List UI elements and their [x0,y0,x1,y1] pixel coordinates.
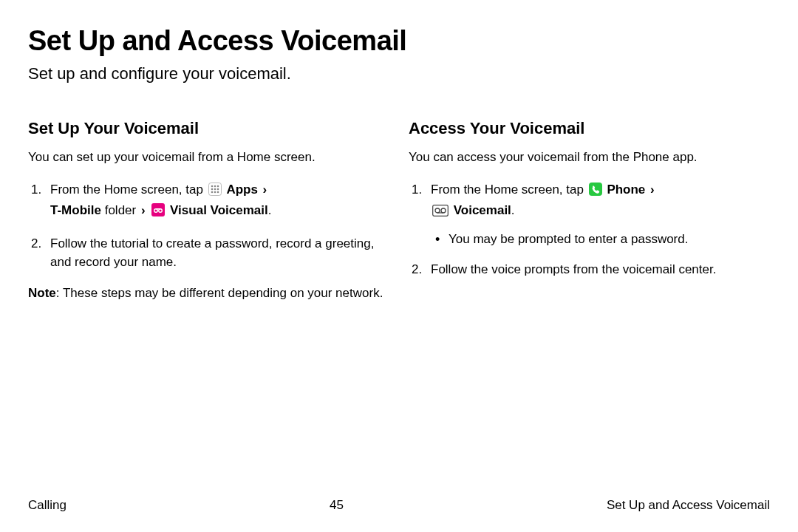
svg-rect-14 [589,183,602,196]
content-columns: Set Up Your Voicemail You can set up you… [28,119,770,302]
svg-rect-10 [151,203,165,216]
page-subtitle: Set up and configure your voicemail. [28,64,770,83]
setup-heading: Set Up Your Voicemail [28,119,389,138]
page-title: Set Up and Access Voicemail [28,25,770,57]
setup-step-2: Follow the tutorial to create a password… [28,234,389,272]
svg-point-1 [211,185,213,187]
footer-right: Set Up and Access Voicemail [607,498,770,513]
svg-point-3 [216,185,219,187]
tmobile-label: T-Mobile [50,203,101,217]
folder-text: folder [105,203,140,217]
step-text: From the Home screen, tap [431,183,587,197]
step-text: From the Home screen, tap [50,183,207,197]
svg-point-5 [214,188,216,190]
phone-label: Phone [607,183,645,197]
phone-icon [589,183,602,202]
voicemail-icon [432,203,449,222]
period: . [268,203,272,217]
note-label: Note [28,286,56,300]
access-bullet-1: You may be prompted to enter a password. [431,230,770,249]
note-body: : These steps may be different depending… [56,286,383,300]
svg-point-4 [211,188,213,190]
svg-point-8 [214,191,216,193]
chevron-right-icon: › [649,183,656,197]
left-column: Set Up Your Voicemail You can set up you… [28,119,389,302]
access-steps: From the Home screen, tap Phone › [409,180,770,279]
setup-step-1: From the Home screen, tap Apps › T-Mobil… [28,180,389,222]
apps-grid-icon [208,183,222,202]
right-column: Access Your Voicemail You can access you… [409,119,770,302]
setup-note: Note: These steps may be different depen… [28,284,389,303]
access-step-1: From the Home screen, tap Phone › [409,180,770,249]
visual-voicemail-icon [151,203,165,222]
apps-label: Apps [226,183,258,197]
footer-left: Calling [28,498,66,513]
svg-point-2 [214,185,216,187]
chevron-right-icon: › [262,183,269,197]
access-sub-bullets: You may be prompted to enter a password. [431,230,770,249]
svg-point-7 [211,191,213,193]
access-intro: You can access your voicemail from the P… [409,149,770,167]
svg-point-6 [216,188,219,190]
visual-voicemail-label: Visual Voicemail [170,203,268,217]
access-heading: Access Your Voicemail [409,119,770,138]
chevron-right-icon: › [140,203,147,217]
page-footer: Calling 45 Set Up and Access Voicemail [28,498,770,513]
setup-intro: You can set up your voicemail from a Hom… [28,149,389,167]
svg-point-9 [216,191,219,193]
period: . [511,203,515,217]
voicemail-label: Voicemail [454,203,511,217]
access-step-2: Follow the voice prompts from the voicem… [409,260,770,279]
footer-page-number: 45 [330,498,344,513]
setup-steps: From the Home screen, tap Apps › T-Mobil… [28,180,389,272]
